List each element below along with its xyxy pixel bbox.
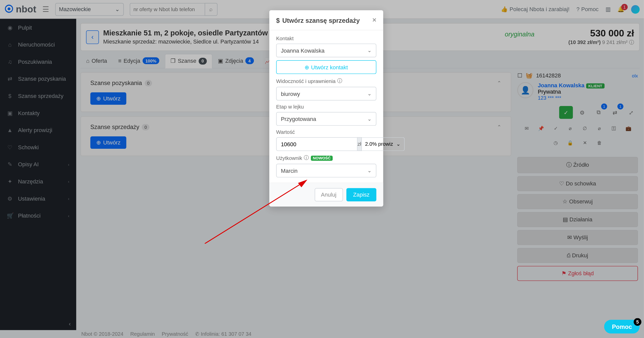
contact-select[interactable]: Joanna Kowalska⌄ [276,44,376,57]
user-value: Marcin [281,167,298,174]
chevron-down-icon: ⌄ [367,91,372,97]
label-user: UżytkownikⓘNOWOŚĆ [276,154,376,162]
visibility-value: biurowy [281,90,300,97]
stage-select[interactable]: Przygotowana⌄ [276,112,376,126]
label-visibility: Widoczność i uprawnieniaⓘ [276,77,376,85]
help-widget[interactable]: Pomoc 5 [604,320,640,333]
save-button[interactable]: Zapisz [346,188,376,201]
label-stage: Etap w lejku [276,104,376,110]
label-text: Widoczność i uprawnienia [276,78,335,84]
chevron-down-icon: ⌄ [367,167,372,174]
chevron-down-icon: ⌄ [367,48,372,54]
user-select[interactable]: Marcin⌄ [276,164,376,177]
value-input[interactable] [276,137,357,151]
label-text: Użytkownik [276,155,302,161]
help-widget-count: 5 [634,318,641,326]
new-badge: NOWOŚĆ [311,155,333,160]
label-value: Wartość [276,129,376,135]
modal-header: $ Utwórz szansę sprzedaży × [269,10,383,30]
commission-value: 2.0% prowiz [365,141,393,147]
create-contact-button[interactable]: ⊕Utwórz kontakt [276,60,376,74]
commission-select[interactable]: 2.0% prowiz⌄ [362,137,404,151]
cancel-button[interactable]: Anuluj [314,188,343,201]
btn-label: Utwórz kontakt [311,64,348,70]
modal-title: Utwórz szansę sprzedaży [282,16,360,24]
contact-value: Joanna Kowalska [281,47,325,54]
help-widget-label: Pomoc [612,323,632,330]
info-icon[interactable]: ⓘ [337,77,342,85]
currency-unit: zł [357,137,362,151]
create-sale-chance-modal: $ Utwórz szansę sprzedaży × Kontakt Joan… [269,10,383,207]
stage-value: Przygotowana [281,116,316,122]
modal-footer: Anuluj Zapisz [269,183,383,207]
plus-icon: ⊕ [305,64,309,70]
visibility-select[interactable]: biurowy⌄ [276,87,376,100]
info-icon[interactable]: ⓘ [304,154,309,162]
chevron-down-icon: ⌄ [367,116,372,122]
label-contact: Kontakt [276,35,376,41]
modal-close-button[interactable]: × [372,16,376,24]
dollar-icon: $ [276,16,280,24]
chevron-down-icon: ⌄ [396,141,401,147]
